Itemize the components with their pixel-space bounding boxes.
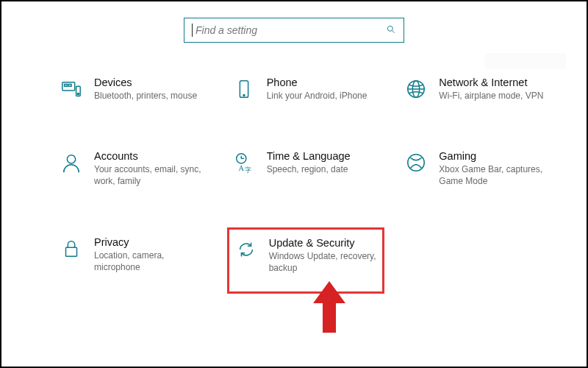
tile-text: Accounts Your accounts, email, sync, wor… [94, 150, 207, 187]
svg-point-12 [67, 155, 75, 163]
globe-icon [404, 77, 429, 102]
sync-icon [234, 237, 259, 262]
tile-desc: Windows Update, recovery, backup [269, 250, 377, 274]
svg-point-0 [387, 26, 392, 31]
svg-line-1 [392, 30, 395, 32]
svg-rect-19 [66, 247, 77, 256]
svg-point-6 [77, 93, 79, 94]
svg-text:A: A [238, 164, 244, 172]
tile-title: Accounts [94, 150, 207, 162]
tile-desc: Your accounts, email, sync, work, family [94, 163, 207, 187]
svg-rect-4 [68, 84, 71, 86]
tile-title: Network & Internet [439, 77, 543, 88]
tile-devices[interactable]: Devices Bluetooth, printers, mouse [54, 72, 212, 112]
tile-desc: Bluetooth, printers, mouse [94, 90, 197, 102]
tile-text: Gaming Xbox Game Bar, captures, Game Mod… [439, 150, 551, 187]
svg-point-8 [243, 95, 245, 96]
tile-accounts[interactable]: Accounts Your accounts, email, sync, wor… [54, 146, 212, 197]
tile-title: Gaming [439, 150, 551, 162]
faded-chip [485, 53, 566, 69]
tile-desc: Xbox Game Bar, captures, Game Mode [439, 163, 551, 187]
tile-text: Network & Internet Wi-Fi, airplane mode,… [439, 77, 543, 102]
tile-title: Privacy [94, 236, 207, 248]
svg-rect-3 [65, 84, 68, 86]
settings-grid: Devices Bluetooth, printers, mouse Phone… [54, 72, 557, 294]
lock-icon [59, 236, 84, 261]
search-region [1, 1, 587, 47]
search-box[interactable] [184, 18, 404, 43]
tile-phone[interactable]: Phone Link your Android, iPhone [227, 72, 385, 112]
tile-desc: Location, camera, microphone [94, 250, 207, 273]
tile-title: Update & Security [269, 237, 377, 249]
tile-title: Devices [94, 77, 197, 88]
devices-icon [59, 77, 84, 102]
xbox-icon [404, 150, 429, 175]
tile-text: Update & Security Windows Update, recove… [269, 237, 377, 274]
tile-desc: Speech, region, date [267, 163, 351, 175]
time-language-icon: A 字 [232, 150, 257, 175]
tile-update-security[interactable]: Update & Security Windows Update, recove… [227, 227, 385, 294]
tile-text: Privacy Location, camera, microphone [94, 236, 207, 273]
search-input[interactable] [196, 24, 386, 36]
tile-text: Time & Language Speech, region, date [267, 150, 351, 175]
tile-time-language[interactable]: A 字 Time & Language Speech, region, date [227, 146, 385, 197]
tile-gaming[interactable]: Gaming Xbox Game Bar, captures, Game Mod… [399, 146, 557, 197]
phone-icon [232, 77, 257, 102]
person-icon [59, 150, 84, 175]
tile-title: Time & Language [267, 150, 351, 162]
text-cursor [192, 24, 193, 37]
tile-desc: Wi-Fi, airplane mode, VPN [439, 90, 543, 102]
tile-text: Devices Bluetooth, printers, mouse [94, 77, 197, 102]
search-icon [386, 24, 396, 37]
tile-privacy[interactable]: Privacy Location, camera, microphone [54, 232, 212, 294]
tile-desc: Link your Android, iPhone [267, 90, 368, 102]
svg-point-18 [408, 155, 425, 171]
svg-text:字: 字 [245, 166, 251, 174]
tile-text: Phone Link your Android, iPhone [267, 77, 368, 102]
tile-network[interactable]: Network & Internet Wi-Fi, airplane mode,… [399, 72, 557, 112]
tile-empty [399, 232, 557, 294]
tile-title: Phone [267, 77, 368, 88]
